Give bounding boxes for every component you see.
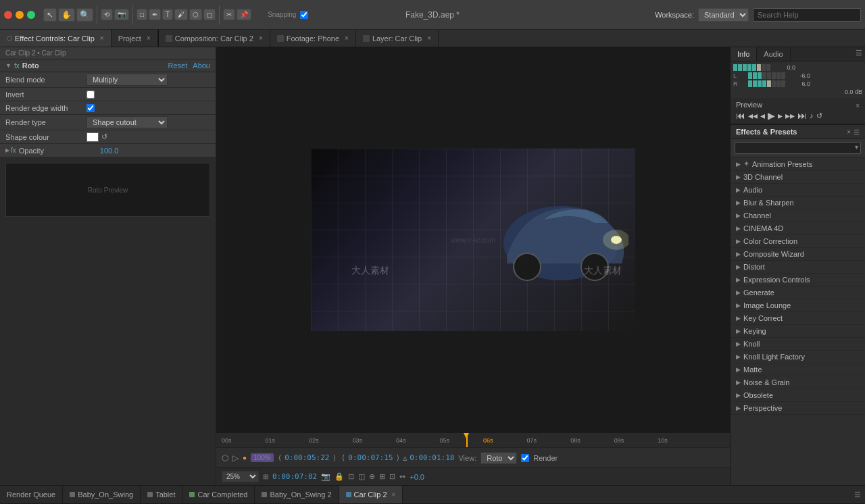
search-help-input[interactable]: [753, 8, 861, 22]
eraser-tool-btn[interactable]: ◻: [203, 9, 216, 20]
cam-icon[interactable]: 📷: [321, 472, 330, 481]
pen-tool-btn[interactable]: ✒: [149, 9, 161, 20]
ep-audio[interactable]: ▶ Audio: [731, 184, 865, 197]
puppet-pin-btn[interactable]: 📌: [237, 9, 251, 20]
mask-tool-btn[interactable]: □: [137, 9, 147, 20]
ep-blur-sharpen[interactable]: ▶ Blur & Sharpen: [731, 197, 865, 209]
btab-tablet[interactable]: Tablet: [141, 486, 182, 503]
play-btn[interactable]: ▶: [768, 110, 775, 121]
tab-effect-controls[interactable]: ⬡ Effect Controls: Car Clip ×: [0, 30, 112, 47]
ep-image-lounge[interactable]: ▶ Image Lounge: [731, 299, 865, 312]
ep-cinema4d[interactable]: ▶ CINEMA 4D: [731, 222, 865, 235]
panel-menu-btn[interactable]: ☰: [853, 47, 865, 61]
tab-info[interactable]: Info: [731, 47, 757, 61]
roto-brush-btn[interactable]: ✂: [223, 9, 235, 20]
ep-knoll[interactable]: ▶ Knoll: [731, 338, 865, 351]
btab-car-clip2-close[interactable]: ×: [392, 491, 395, 498]
render-checkbox[interactable]: [521, 454, 529, 462]
tab-effect-controls-close[interactable]: ×: [100, 34, 104, 42]
preview-close[interactable]: ×: [856, 102, 860, 109]
btabs-menu[interactable]: ☰: [854, 490, 861, 499]
btab-car-clip2[interactable]: Car Clip 2 ×: [339, 486, 403, 503]
ep-distort[interactable]: ▶ Distort: [731, 261, 865, 274]
ep-generate[interactable]: ▶ Generate: [731, 286, 865, 299]
zoom-tool-btn[interactable]: 🔍: [76, 8, 93, 22]
color-reset-icon[interactable]: ↺: [101, 132, 107, 141]
btab-baby-swing2[interactable]: Baby_On_Swing 2: [255, 486, 339, 503]
tab-footage-close[interactable]: ×: [345, 34, 349, 42]
snapping-checkbox[interactable]: [300, 11, 308, 19]
go-start-btn[interactable]: ⏮: [736, 110, 745, 121]
view-select[interactable]: Roto: [480, 452, 517, 464]
tab-composition-close[interactable]: ×: [259, 34, 263, 42]
render-edge-checkbox[interactable]: [86, 104, 95, 112]
loop-btn[interactable]: ↺: [816, 111, 822, 120]
tab-footage[interactable]: Footage: Phone ×: [270, 30, 356, 47]
btab-render-queue[interactable]: Render Queue: [0, 486, 63, 503]
tab-project[interactable]: Project ×: [112, 30, 158, 47]
invert-checkbox[interactable]: [86, 91, 95, 99]
start-time[interactable]: 0:00:05:22: [285, 453, 329, 462]
ch-icon[interactable]: ⊞: [379, 472, 385, 481]
workspace-select[interactable]: Standard: [698, 8, 749, 22]
effects-search-input[interactable]: [735, 142, 861, 154]
step-back-btn[interactable]: ◂◂: [748, 110, 758, 121]
snap-icon2[interactable]: ⊡: [389, 472, 395, 481]
mask-icon[interactable]: ◫: [358, 472, 365, 481]
lock-icon[interactable]: 🔒: [335, 472, 344, 481]
maximize-window-btn[interactable]: [27, 11, 35, 19]
step-fwd-single-btn[interactable]: ▸: [778, 110, 783, 121]
about-btn[interactable]: Abou: [193, 61, 210, 70]
effects-presets-menu[interactable]: ☰: [854, 128, 860, 136]
audio-btn[interactable]: ♪: [810, 111, 814, 120]
opacity-value[interactable]: 100.0: [100, 147, 119, 155]
current-timecode[interactable]: 0:00:07:02: [272, 472, 317, 481]
remaining-time[interactable]: 0:00:01:18: [410, 453, 454, 462]
btab-baby-swing[interactable]: Baby_On_Swing: [63, 486, 141, 503]
overlay-icon[interactable]: ⊕: [369, 472, 375, 481]
ep-keying[interactable]: ▶ Keying: [731, 325, 865, 338]
end-time[interactable]: 0:00:07:15: [348, 453, 393, 462]
ep-animation-presets[interactable]: ▶ ✦ Animation Presets: [731, 157, 865, 171]
step-fwd-btn[interactable]: ▸▸: [785, 110, 795, 121]
tab-project-close[interactable]: ×: [147, 34, 151, 42]
brush-tool-btn[interactable]: 🖌: [174, 9, 188, 20]
render-type-select[interactable]: Shape cutout: [86, 116, 168, 128]
minimize-window-btn[interactable]: [16, 11, 24, 19]
close-window-btn[interactable]: [4, 11, 12, 19]
step-back-single-btn[interactable]: ◂: [760, 110, 765, 121]
hand-tool-btn[interactable]: ✋: [58, 8, 75, 22]
ep-knoll-light-factory[interactable]: ▶ Knoll Light Factory: [731, 351, 865, 363]
ep-composite-wizard[interactable]: ▶ Composite Wizard: [731, 248, 865, 261]
text-tool-btn[interactable]: T: [162, 9, 173, 20]
ep-obsolete[interactable]: ▶ Obsolete: [731, 389, 865, 402]
roto-section[interactable]: ▼ fx Roto Reset Abou: [0, 59, 216, 72]
reset-btn[interactable]: Reset: [168, 61, 188, 70]
flow-icon[interactable]: ↭: [399, 472, 405, 481]
ep-color-correction[interactable]: ▶ Color Correction: [731, 235, 865, 248]
btab-car-completed[interactable]: Car Completed: [182, 486, 255, 503]
tab-composition[interactable]: Composition: Car Clip 2 ×: [159, 30, 270, 47]
tab-layer-close[interactable]: ×: [427, 34, 431, 42]
layer-icon-1[interactable]: ⬡: [222, 453, 228, 463]
ep-key-correct[interactable]: ▶ Key Correct: [731, 312, 865, 325]
rec-icon[interactable]: ●: [243, 454, 247, 461]
ep-matte[interactable]: ▶ Matte: [731, 363, 865, 376]
tab-layer[interactable]: Layer: Car Clip ×: [356, 30, 439, 47]
ep-expression-controls[interactable]: ▶ Expression Controls: [731, 274, 865, 286]
effects-presets-close[interactable]: ×: [847, 128, 851, 136]
camera-tool-btn[interactable]: 📷: [114, 9, 129, 20]
preview-area[interactable]: 大人素材 大人素材 www.rr-sc.com: [216, 47, 730, 432]
ep-channel[interactable]: ▶ Channel: [731, 209, 865, 222]
ep-perspective[interactable]: ▶ Perspective: [731, 402, 865, 415]
grid-btn[interactable]: ⊞: [263, 473, 268, 480]
grid-icon[interactable]: ⊡: [348, 472, 354, 481]
go-end-btn[interactable]: ⏭: [797, 110, 807, 121]
blend-mode-select[interactable]: Multiply: [86, 74, 168, 86]
stamp-tool-btn[interactable]: ⬡: [189, 9, 202, 20]
select-tool-btn[interactable]: ↖: [43, 8, 57, 22]
ep-noise-grain[interactable]: ▶ Noise & Grain: [731, 376, 865, 389]
shape-colour-swatch[interactable]: [86, 132, 99, 142]
layer-icon-2[interactable]: ▷: [232, 453, 239, 463]
tab-audio[interactable]: Audio: [757, 47, 790, 61]
